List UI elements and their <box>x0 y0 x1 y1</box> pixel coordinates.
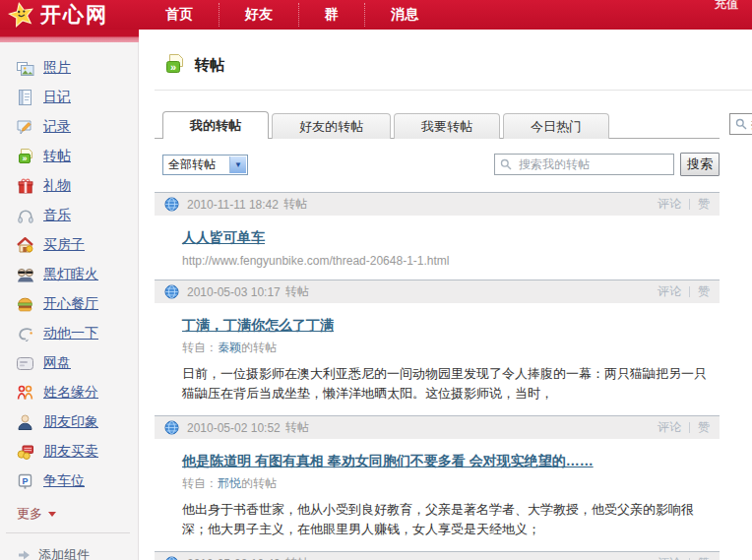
sidebar-item-动他一下[interactable]: 动他一下 <box>0 319 138 348</box>
nav-item-friends[interactable]: 好友 <box>219 3 298 27</box>
comment-link[interactable]: 评论 <box>658 419 681 436</box>
svg-text:»: » <box>170 60 176 72</box>
parking-icon: P <box>16 472 34 490</box>
post-header-bar: 2010-11-11 18:42 转帖 评论 赞 <box>155 192 720 216</box>
sidebar-link[interactable]: 礼物 <box>43 177 71 195</box>
search-input[interactable] <box>517 156 668 172</box>
sidebar-divider <box>6 532 130 533</box>
sidebar-link[interactable]: 转帖 <box>43 148 71 165</box>
sidebar-link[interactable]: 照片 <box>43 59 71 77</box>
sidebar-link[interactable]: 动他一下 <box>43 325 98 342</box>
poke-icon <box>16 325 34 342</box>
repost-icon: » <box>16 148 34 165</box>
top-right-link-recharge[interactable]: 充值 <box>715 0 738 13</box>
nav-item-groups[interactable]: 群 <box>298 3 364 27</box>
top-right-links: 充值找 <box>715 0 752 13</box>
sidebar-link[interactable]: 朋友买卖 <box>43 443 98 461</box>
sidebar-item-音乐[interactable]: 音乐 <box>0 201 138 230</box>
from-prefix: 转自： <box>182 476 218 490</box>
top-nav: 首页好友群消息 <box>140 0 444 30</box>
from-prefix: 转自： <box>182 341 218 354</box>
tab-friends-reposts[interactable]: 好友的转帖 <box>272 113 391 139</box>
post-source-url: http://www.fengyunbike.com/thread-20648-… <box>182 254 710 268</box>
sidebar-link[interactable]: 朋友印象 <box>43 413 98 431</box>
post-body: 丁满，丁满你怎么了丁满 转自：秦颖的转帖 日前，一位摄影师在澳大利亚悉尼的一间动… <box>155 303 720 415</box>
post-actions: 评论 赞 <box>658 419 710 436</box>
sidebar-item-买房子[interactable]: 买房子 <box>0 230 138 260</box>
sidebar-link[interactable]: 音乐 <box>43 207 71 224</box>
post-excerpt: 他出身于书香世家，他从小受到良好教育，父亲是著名学者、大学教授，他受父亲的影响很… <box>182 500 714 539</box>
sidebar-item-姓名缘分[interactable]: 姓名缘分 <box>0 378 138 407</box>
search-box <box>494 154 674 175</box>
from-suffix: 的转帖 <box>241 476 277 490</box>
sidebar-more-row: 更多 <box>0 496 138 528</box>
post-header-bar: 2010-05-02 10:49 转帖 评论 赞 <box>155 551 720 560</box>
sidebar-link[interactable]: 记录 <box>43 118 71 136</box>
sidebar-item-转帖[interactable]: »转帖 <box>0 142 138 171</box>
post-title-link[interactable]: 丁满，丁满你怎么了丁满 <box>182 317 334 335</box>
comment-link[interactable]: 评论 <box>658 283 681 300</box>
repost-page-icon: » <box>164 53 186 79</box>
site-logo[interactable]: 开心网 <box>0 0 140 30</box>
sidebar-item-朋友印象[interactable]: 朋友印象 <box>0 407 138 437</box>
sidebar-item-黑灯瞎火[interactable]: 黑灯瞎火 <box>0 260 138 289</box>
nav-item-home[interactable]: 首页 <box>140 3 219 27</box>
like-link[interactable]: 赞 <box>698 419 710 436</box>
comment-link[interactable]: 评论 <box>658 196 681 213</box>
from-user-link[interactable]: 邢悦 <box>218 476 241 490</box>
sidebar-item-争车位[interactable]: P争车位 <box>0 467 138 496</box>
select-value: 全部转帖 <box>168 156 216 173</box>
post-item: 2010-05-03 10:17 转帖 评论 赞 丁满，丁满你怎么了丁满 转自：… <box>155 280 720 415</box>
filter-row: 全部转帖 ▼ 搜索 <box>155 152 720 177</box>
post-title-link[interactable]: 他是陈道明 有图有真相 奉劝女同胞们不要多看 会对现实绝望的…… <box>182 453 594 470</box>
tab-repost-new[interactable]: 我要转帖 <box>394 113 500 139</box>
sidebar-link[interactable]: 姓名缘分 <box>43 384 98 402</box>
from-suffix: 的转帖 <box>241 341 277 354</box>
post-date: 2010-11-11 18:42 <box>187 198 279 212</box>
sidebar-item-记录[interactable]: 记录 <box>0 112 138 142</box>
comment-link[interactable]: 评论 <box>658 555 681 560</box>
sidebar-item-日记[interactable]: 日记 <box>0 83 138 112</box>
action-divider <box>689 422 690 433</box>
more-link[interactable]: 更多 <box>17 505 42 523</box>
search-button[interactable]: 搜索 <box>680 153 720 176</box>
tab-today-hot[interactable]: 今日热门 <box>503 113 609 139</box>
select-dropdown-arrow-icon[interactable]: ▼ <box>229 156 246 173</box>
corner-search-box[interactable]: 搜 <box>729 113 752 135</box>
post-title-link[interactable]: 人人皆可单车 <box>182 229 265 247</box>
sidebar-footer-links: 添加组件机构名人主页 <box>0 539 138 560</box>
page-title: 转帖 <box>195 56 224 75</box>
sidebar-item-礼物[interactable]: 礼物 <box>0 171 138 201</box>
tab-my-reposts[interactable]: 我的转帖 <box>162 111 269 139</box>
from-user-link[interactable]: 秦颖 <box>218 341 241 354</box>
disk-icon <box>16 354 34 372</box>
nav-item-messages[interactable]: 消息 <box>364 3 444 27</box>
like-link[interactable]: 赞 <box>698 283 710 300</box>
sidebar-item-朋友买卖[interactable]: 朋友买卖 <box>0 437 138 467</box>
post-type-label: 转帖 <box>285 419 309 436</box>
sidebar-item-网盘[interactable]: 网盘 <box>0 348 138 378</box>
sidebar-link[interactable]: 网盘 <box>43 354 71 372</box>
tab-bar: 我的转帖好友的转帖我要转帖今日热门 搜 <box>155 110 720 139</box>
post-actions: 评论 赞 <box>658 555 710 560</box>
post-excerpt: 日前，一位摄影师在澳大利亚悉尼的一间动物园里发现了令人捧腹的一幕：两只猫鼬把另一… <box>182 364 714 404</box>
sidebar-link[interactable]: 开心餐厅 <box>43 295 98 313</box>
globe-icon <box>164 556 179 560</box>
like-link[interactable]: 赞 <box>698 555 710 560</box>
post-from-line: 转自：秦颖的转帖 <box>182 340 710 356</box>
sidebar-item-照片[interactable]: 照片 <box>0 53 138 83</box>
sidebar-link[interactable]: 争车位 <box>43 472 85 490</box>
repost-filter-select[interactable]: 全部转帖 ▼ <box>162 155 248 175</box>
gift-icon <box>16 177 34 195</box>
like-link[interactable]: 赞 <box>698 196 710 213</box>
footer-link[interactable]: 添加组件 <box>38 546 90 560</box>
chevron-down-icon <box>48 512 56 517</box>
sidebar-item-开心餐厅[interactable]: 开心餐厅 <box>0 289 138 319</box>
sidebar-link[interactable]: 黑灯瞎火 <box>43 266 98 283</box>
search-icon <box>500 158 512 170</box>
person-icon <box>16 413 34 431</box>
sidebar-link[interactable]: 买房子 <box>43 236 85 254</box>
sidebar-footer-item-add-widget[interactable]: 添加组件 <box>0 541 138 560</box>
post-from-line: 转自：邢悦的转帖 <box>182 475 710 492</box>
sidebar-link[interactable]: 日记 <box>43 89 71 106</box>
